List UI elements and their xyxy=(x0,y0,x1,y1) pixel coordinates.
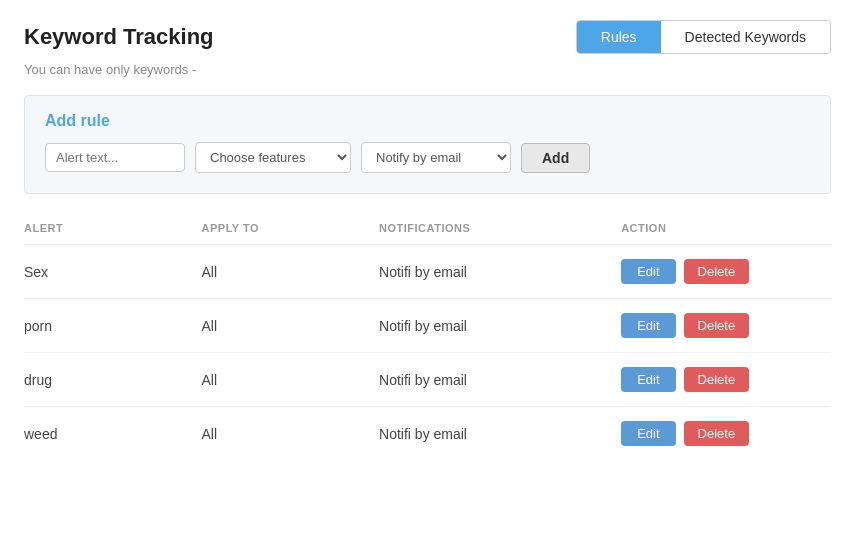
add-button[interactable]: Add xyxy=(521,143,590,173)
add-rule-title: Add rule xyxy=(45,112,810,130)
alert-text-input[interactable] xyxy=(45,143,185,172)
subtitle-text: You can have only keywords - xyxy=(24,62,831,77)
cell-action: Edit Delete xyxy=(621,299,831,353)
col-header-notifications: NOTIFICATIONS xyxy=(379,222,621,245)
tab-group: Rules Detected Keywords xyxy=(576,20,831,54)
add-rule-box: Add rule Choose features Feature 1 Featu… xyxy=(24,95,831,194)
cell-action: Edit Delete xyxy=(621,407,831,461)
page-header: Keyword Tracking Rules Detected Keywords xyxy=(24,20,831,54)
cell-apply-to: All xyxy=(202,299,380,353)
notify-select[interactable]: Notify by email Notify by SMS xyxy=(361,142,511,173)
delete-button[interactable]: Delete xyxy=(684,421,750,446)
table-row: Sex All Notifi by email Edit Delete xyxy=(24,245,831,299)
action-buttons: Edit Delete xyxy=(621,259,831,284)
edit-button[interactable]: Edit xyxy=(621,367,675,392)
tab-rules[interactable]: Rules xyxy=(577,21,661,53)
cell-action: Edit Delete xyxy=(621,245,831,299)
cell-alert: Sex xyxy=(24,245,202,299)
feature-select[interactable]: Choose features Feature 1 Feature 2 xyxy=(195,142,351,173)
cell-alert: drug xyxy=(24,353,202,407)
cell-notifications: Notifi by email xyxy=(379,353,621,407)
cell-notifications: Notifi by email xyxy=(379,407,621,461)
table-header-row: ALERT APPLY TO NOTIFICATIONS ACTION xyxy=(24,222,831,245)
page-title: Keyword Tracking xyxy=(24,24,214,50)
cell-apply-to: All xyxy=(202,407,380,461)
cell-apply-to: All xyxy=(202,245,380,299)
cell-alert: porn xyxy=(24,299,202,353)
delete-button[interactable]: Delete xyxy=(684,367,750,392)
edit-button[interactable]: Edit xyxy=(621,313,675,338)
cell-apply-to: All xyxy=(202,353,380,407)
rule-inputs: Choose features Feature 1 Feature 2 Noti… xyxy=(45,142,810,173)
action-buttons: Edit Delete xyxy=(621,421,831,446)
action-buttons: Edit Delete xyxy=(621,313,831,338)
col-header-apply: APPLY TO xyxy=(202,222,380,245)
rules-table: ALERT APPLY TO NOTIFICATIONS ACTION Sex … xyxy=(24,222,831,460)
edit-button[interactable]: Edit xyxy=(621,259,675,284)
cell-alert: weed xyxy=(24,407,202,461)
edit-button[interactable]: Edit xyxy=(621,421,675,446)
tab-detected-keywords[interactable]: Detected Keywords xyxy=(661,21,830,53)
col-header-alert: ALERT xyxy=(24,222,202,245)
cell-notifications: Notifi by email xyxy=(379,245,621,299)
cell-action: Edit Delete xyxy=(621,353,831,407)
delete-button[interactable]: Delete xyxy=(684,313,750,338)
table-row: drug All Notifi by email Edit Delete xyxy=(24,353,831,407)
delete-button[interactable]: Delete xyxy=(684,259,750,284)
table-row: porn All Notifi by email Edit Delete xyxy=(24,299,831,353)
col-header-action: ACTION xyxy=(621,222,831,245)
cell-notifications: Notifi by email xyxy=(379,299,621,353)
action-buttons: Edit Delete xyxy=(621,367,831,392)
table-row: weed All Notifi by email Edit Delete xyxy=(24,407,831,461)
